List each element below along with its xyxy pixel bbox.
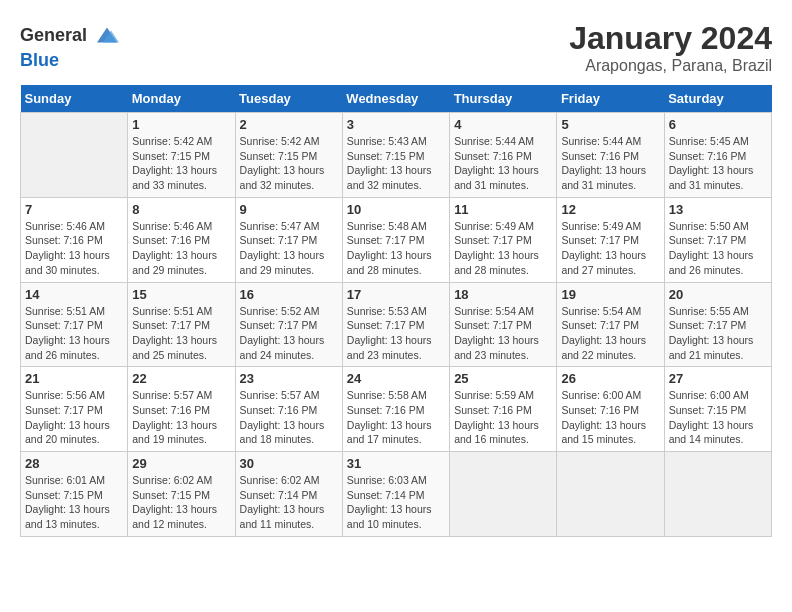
day-number: 7 [25,202,123,217]
calendar-cell: 19Sunrise: 5:54 AM Sunset: 7:17 PM Dayli… [557,282,664,367]
day-info: Sunrise: 5:49 AM Sunset: 7:17 PM Dayligh… [454,219,552,278]
day-info: Sunrise: 5:54 AM Sunset: 7:17 PM Dayligh… [561,304,659,363]
calendar-cell: 14Sunrise: 5:51 AM Sunset: 7:17 PM Dayli… [21,282,128,367]
day-info: Sunrise: 5:46 AM Sunset: 7:16 PM Dayligh… [25,219,123,278]
day-info: Sunrise: 5:43 AM Sunset: 7:15 PM Dayligh… [347,134,445,193]
column-header-thursday: Thursday [450,85,557,113]
day-info: Sunrise: 6:01 AM Sunset: 7:15 PM Dayligh… [25,473,123,532]
day-number: 31 [347,456,445,471]
calendar-cell: 24Sunrise: 5:58 AM Sunset: 7:16 PM Dayli… [342,367,449,452]
calendar-cell [21,113,128,198]
day-info: Sunrise: 5:58 AM Sunset: 7:16 PM Dayligh… [347,388,445,447]
calendar-cell: 30Sunrise: 6:02 AM Sunset: 7:14 PM Dayli… [235,452,342,537]
calendar-cell: 10Sunrise: 5:48 AM Sunset: 7:17 PM Dayli… [342,197,449,282]
day-number: 3 [347,117,445,132]
calendar-cell: 12Sunrise: 5:49 AM Sunset: 7:17 PM Dayli… [557,197,664,282]
day-info: Sunrise: 6:00 AM Sunset: 7:15 PM Dayligh… [669,388,767,447]
calendar-cell: 25Sunrise: 5:59 AM Sunset: 7:16 PM Dayli… [450,367,557,452]
day-info: Sunrise: 5:49 AM Sunset: 7:17 PM Dayligh… [561,219,659,278]
logo-blue-line: Blue [20,50,59,71]
calendar-header-row: SundayMondayTuesdayWednesdayThursdayFrid… [21,85,772,113]
day-info: Sunrise: 5:59 AM Sunset: 7:16 PM Dayligh… [454,388,552,447]
day-number: 16 [240,287,338,302]
day-info: Sunrise: 6:02 AM Sunset: 7:14 PM Dayligh… [240,473,338,532]
calendar-week-4: 21Sunrise: 5:56 AM Sunset: 7:17 PM Dayli… [21,367,772,452]
day-number: 9 [240,202,338,217]
day-info: Sunrise: 5:51 AM Sunset: 7:17 PM Dayligh… [132,304,230,363]
logo-blue: Blue [20,50,59,70]
day-number: 15 [132,287,230,302]
day-number: 4 [454,117,552,132]
page-title: January 2024 [569,20,772,57]
day-number: 17 [347,287,445,302]
day-info: Sunrise: 5:48 AM Sunset: 7:17 PM Dayligh… [347,219,445,278]
logo-icon [89,20,119,50]
calendar-cell: 22Sunrise: 5:57 AM Sunset: 7:16 PM Dayli… [128,367,235,452]
day-number: 2 [240,117,338,132]
day-number: 13 [669,202,767,217]
calendar-cell: 28Sunrise: 6:01 AM Sunset: 7:15 PM Dayli… [21,452,128,537]
day-number: 8 [132,202,230,217]
calendar-cell: 8Sunrise: 5:46 AM Sunset: 7:16 PM Daylig… [128,197,235,282]
calendar-week-2: 7Sunrise: 5:46 AM Sunset: 7:16 PM Daylig… [21,197,772,282]
day-info: Sunrise: 5:53 AM Sunset: 7:17 PM Dayligh… [347,304,445,363]
calendar-cell [450,452,557,537]
day-info: Sunrise: 5:52 AM Sunset: 7:17 PM Dayligh… [240,304,338,363]
column-header-sunday: Sunday [21,85,128,113]
title-section: January 2024 Arapongas, Parana, Brazil [569,20,772,75]
calendar-table: SundayMondayTuesdayWednesdayThursdayFrid… [20,85,772,537]
calendar-cell: 18Sunrise: 5:54 AM Sunset: 7:17 PM Dayli… [450,282,557,367]
day-number: 5 [561,117,659,132]
day-number: 24 [347,371,445,386]
day-number: 23 [240,371,338,386]
calendar-week-1: 1Sunrise: 5:42 AM Sunset: 7:15 PM Daylig… [21,113,772,198]
column-header-tuesday: Tuesday [235,85,342,113]
day-info: Sunrise: 5:44 AM Sunset: 7:16 PM Dayligh… [454,134,552,193]
calendar-cell: 23Sunrise: 5:57 AM Sunset: 7:16 PM Dayli… [235,367,342,452]
day-number: 6 [669,117,767,132]
day-number: 30 [240,456,338,471]
column-header-monday: Monday [128,85,235,113]
calendar-cell: 21Sunrise: 5:56 AM Sunset: 7:17 PM Dayli… [21,367,128,452]
column-header-friday: Friday [557,85,664,113]
logo: General Blue [20,20,119,71]
calendar-cell: 3Sunrise: 5:43 AM Sunset: 7:15 PM Daylig… [342,113,449,198]
day-info: Sunrise: 5:57 AM Sunset: 7:16 PM Dayligh… [240,388,338,447]
calendar-cell: 15Sunrise: 5:51 AM Sunset: 7:17 PM Dayli… [128,282,235,367]
day-number: 14 [25,287,123,302]
logo-general: General [20,25,87,46]
day-info: Sunrise: 6:00 AM Sunset: 7:16 PM Dayligh… [561,388,659,447]
calendar-cell: 9Sunrise: 5:47 AM Sunset: 7:17 PM Daylig… [235,197,342,282]
day-info: Sunrise: 5:51 AM Sunset: 7:17 PM Dayligh… [25,304,123,363]
day-info: Sunrise: 5:55 AM Sunset: 7:17 PM Dayligh… [669,304,767,363]
day-info: Sunrise: 5:42 AM Sunset: 7:15 PM Dayligh… [240,134,338,193]
day-number: 20 [669,287,767,302]
column-header-wednesday: Wednesday [342,85,449,113]
day-number: 28 [25,456,123,471]
calendar-cell: 5Sunrise: 5:44 AM Sunset: 7:16 PM Daylig… [557,113,664,198]
day-number: 26 [561,371,659,386]
day-number: 1 [132,117,230,132]
day-number: 12 [561,202,659,217]
calendar-cell: 31Sunrise: 6:03 AM Sunset: 7:14 PM Dayli… [342,452,449,537]
day-number: 25 [454,371,552,386]
day-info: Sunrise: 5:47 AM Sunset: 7:17 PM Dayligh… [240,219,338,278]
day-info: Sunrise: 5:54 AM Sunset: 7:17 PM Dayligh… [454,304,552,363]
day-info: Sunrise: 5:56 AM Sunset: 7:17 PM Dayligh… [25,388,123,447]
calendar-cell: 20Sunrise: 5:55 AM Sunset: 7:17 PM Dayli… [664,282,771,367]
calendar-cell: 2Sunrise: 5:42 AM Sunset: 7:15 PM Daylig… [235,113,342,198]
calendar-cell: 29Sunrise: 6:02 AM Sunset: 7:15 PM Dayli… [128,452,235,537]
day-number: 29 [132,456,230,471]
calendar-week-3: 14Sunrise: 5:51 AM Sunset: 7:17 PM Dayli… [21,282,772,367]
calendar-cell: 6Sunrise: 5:45 AM Sunset: 7:16 PM Daylig… [664,113,771,198]
calendar-cell: 16Sunrise: 5:52 AM Sunset: 7:17 PM Dayli… [235,282,342,367]
day-number: 22 [132,371,230,386]
calendar-cell: 11Sunrise: 5:49 AM Sunset: 7:17 PM Dayli… [450,197,557,282]
calendar-cell: 13Sunrise: 5:50 AM Sunset: 7:17 PM Dayli… [664,197,771,282]
day-info: Sunrise: 5:44 AM Sunset: 7:16 PM Dayligh… [561,134,659,193]
day-info: Sunrise: 5:57 AM Sunset: 7:16 PM Dayligh… [132,388,230,447]
calendar-week-5: 28Sunrise: 6:01 AM Sunset: 7:15 PM Dayli… [21,452,772,537]
day-info: Sunrise: 5:45 AM Sunset: 7:16 PM Dayligh… [669,134,767,193]
day-number: 27 [669,371,767,386]
calendar-cell: 1Sunrise: 5:42 AM Sunset: 7:15 PM Daylig… [128,113,235,198]
